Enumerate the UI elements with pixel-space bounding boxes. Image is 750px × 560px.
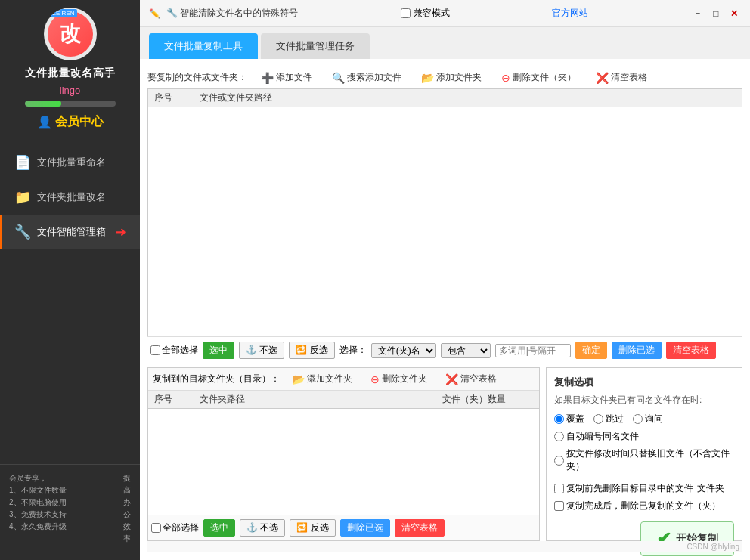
bottom-select-all[interactable]: 全部选择 — [151, 521, 199, 534]
member-priv-line3: 2、不限电脑使用 — [9, 497, 116, 509]
bottom-section: 复制到的目标文件夹（目录）： 📂 添加文件夹 ⊖ 删除文件夹 ❌ 清空表格 — [147, 367, 742, 541]
add-file-icon: ➕ — [261, 72, 274, 84]
auto-rename-option[interactable]: 自动编号同名文件 — [554, 430, 734, 443]
sidebar-item-rename[interactable]: 📄 文件批量重命名 — [0, 145, 140, 180]
minimize-button[interactable]: － — [691, 7, 705, 20]
keyword-input[interactable] — [495, 344, 571, 357]
sidebar-item-rename-label: 文件批量重命名 — [37, 156, 106, 169]
rename-icon: 📄 — [14, 154, 31, 171]
sidebar: 改 FILE REN 文件批量改名高手 lingo 👤 会员中心 📄 文件批量重… — [0, 0, 140, 560]
add-file-label: 添加文件 — [276, 71, 312, 84]
bottom-clear-button[interactable]: 清空表格 — [395, 519, 445, 537]
select-all-input[interactable] — [150, 345, 160, 355]
auto-rename-label: 自动编号同名文件 — [566, 430, 639, 443]
auto-rename-radio[interactable] — [554, 432, 564, 441]
col-num-header: 序号 — [154, 91, 200, 104]
compat-mode[interactable]: 兼容模式 — [401, 7, 450, 20]
content-area: 要复制的文件或文件夹： ➕ 添加文件 🔍 搜索添加文件 📂 添加文件夹 ⊖ 删除… — [140, 59, 750, 560]
member-priv-line1: 会员专享， — [9, 472, 116, 484]
target-col-num: 序号 — [154, 393, 200, 406]
delete-after-copy-checkbox[interactable] — [554, 501, 564, 511]
confirm-filter-button[interactable]: 确定 — [575, 342, 607, 359]
member-priv-line5: 4、永久免费升级 — [9, 521, 116, 533]
official-site-link[interactable]: 官方网站 — [552, 7, 588, 20]
search-add-label: 搜索添加文件 — [347, 71, 401, 84]
member-center-button[interactable]: 👤 会员中心 — [37, 114, 104, 130]
delete-selected-button[interactable]: 删除已选 — [612, 342, 662, 359]
top-section-label: 要复制的文件或文件夹： — [147, 71, 247, 84]
filter-condition-select[interactable]: 包含 等于 开头是 结尾是 — [441, 343, 491, 358]
bottom-filter-bar: 全部选择 选中 ⚓ 不选 🔁 反选 删除已选 清空表格 — [148, 515, 539, 540]
add-folder-icon: 📂 — [421, 72, 434, 84]
modify-time-radio[interactable] — [554, 456, 564, 466]
logo-text: 改 — [60, 20, 81, 48]
overwrite-label: 覆盖 — [566, 413, 584, 425]
top-table-header: 序号 文件或文件夹路径 — [148, 89, 742, 107]
top-section-header: 要复制的文件或文件夹： ➕ 添加文件 🔍 搜索添加文件 📂 添加文件夹 ⊖ 删除… — [147, 67, 742, 88]
member-icon: 👤 — [37, 115, 52, 129]
overwrite-radio[interactable] — [554, 414, 564, 424]
target-folder-header: 复制到的目标文件夹（目录）： 📂 添加文件夹 ⊖ 删除文件夹 ❌ 清空表格 — [148, 368, 539, 391]
bottom-invert-button[interactable]: 🔁 反选 — [290, 519, 335, 537]
search-add-file-button[interactable]: 🔍 搜索添加文件 — [326, 70, 408, 85]
ask-radio[interactable] — [633, 414, 643, 424]
target-add-folder-icon: 📂 — [292, 373, 305, 385]
maximize-button[interactable]: □ — [709, 7, 723, 20]
sidebar-item-smart-manage[interactable]: 🔧 文件智能管理箱 ➜ — [0, 215, 140, 249]
target-delete-folder-button[interactable]: ⊖ 删除文件夹 — [364, 371, 433, 387]
by-modify-time-option[interactable]: 按文件修改时间只替换旧文件（不含文件夹） — [554, 447, 734, 473]
tab-copy-tool[interactable]: 文件批量复制工具 — [149, 33, 258, 59]
active-arrow-icon: ➜ — [115, 224, 126, 240]
sidebar-bottom-text: 会员专享， 1、不限文件数量 2、不限电脑使用 3、免费技术支持 4、永久免费升… — [9, 472, 116, 533]
target-folder-panel: 复制到的目标文件夹（目录）： 📂 添加文件夹 ⊖ 删除文件夹 ❌ 清空表格 — [147, 367, 540, 541]
delete-before-copy-label: 复制前先删除目标目录中的文件 — [566, 482, 693, 495]
bottom-select-button[interactable]: 选中 — [203, 519, 235, 537]
overwrite-option[interactable]: 覆盖 — [554, 413, 584, 425]
clear-table-button[interactable]: ❌ 清空表格 — [590, 70, 653, 85]
tab-bar: 文件批量复制工具 文件批量管理任务 — [140, 27, 750, 59]
select-all-checkbox[interactable]: 全部选择 — [150, 344, 198, 357]
logo-badge: FILE REN — [45, 9, 77, 17]
add-file-button[interactable]: ➕ 添加文件 — [255, 70, 318, 85]
conflict-label: 如果目标文件夹已有同名文件存在时: — [554, 394, 734, 407]
tool-label: 🔧 智能清除文件名中的特殊符号 — [166, 7, 298, 20]
target-clear-button[interactable]: ❌ 清空表格 — [439, 371, 503, 387]
filter-clear-button[interactable]: 清空表格 — [666, 342, 716, 359]
close-button[interactable]: ✕ — [727, 7, 741, 20]
logo-inner: 改 — [48, 11, 93, 57]
bottom-delete-selected-button[interactable]: 删除已选 — [340, 519, 390, 537]
delete-before-copy-option[interactable]: 复制前先删除目标目录中的文件 文件夹 — [554, 482, 734, 495]
bottom-invert-label: 反选 — [311, 522, 329, 533]
compat-checkbox[interactable] — [401, 8, 411, 18]
target-clear-label: 清空表格 — [460, 373, 497, 385]
sidebar-bottom: 会员专享， 1、不限文件数量 2、不限电脑使用 3、免费技术支持 4、永久免费升… — [0, 464, 140, 552]
bottom-deselect-button[interactable]: ⚓ 不选 — [240, 519, 285, 537]
sidebar-nav: 📄 文件批量重命名 📁 文件夹批量改名 🔧 文件智能管理箱 ➜ — [0, 145, 140, 464]
target-folder-label: 复制到的目标文件夹（目录）： — [153, 373, 280, 385]
delete-after-copy-option[interactable]: 复制完成后，删除已复制的文件（夹） — [554, 500, 734, 512]
delete-file-button[interactable]: ⊖ 删除文件（夹） — [495, 70, 582, 85]
tab-manage-task[interactable]: 文件批量管理任务 — [261, 33, 370, 59]
target-table-header: 序号 文件夹路径 文件（夹）数量 — [148, 391, 539, 409]
window-controls: － □ ✕ — [691, 7, 741, 20]
select-button[interactable]: 选中 — [203, 342, 234, 359]
filter-label: 选择： — [339, 344, 367, 357]
deselect-button[interactable]: ⚓ 不选 — [239, 342, 284, 359]
target-clear-icon: ❌ — [445, 373, 458, 385]
copy-options-panel: 复制选项 如果目标文件夹已有同名文件存在时: 覆盖 跳过 询问 — [546, 367, 742, 541]
sidebar-item-folder-rename[interactable]: 📁 文件夹批量改名 — [0, 180, 140, 215]
search-add-icon: 🔍 — [332, 72, 345, 84]
target-add-folder-button[interactable]: 📂 添加文件夹 — [286, 371, 358, 387]
bottom-select-all-input[interactable] — [151, 523, 161, 533]
ask-option[interactable]: 询问 — [633, 413, 663, 425]
add-folder-button[interactable]: 📂 添加文件夹 — [415, 70, 488, 85]
add-folder-label: 添加文件夹 — [436, 71, 482, 84]
invert-button[interactable]: 🔁 反选 — [289, 342, 334, 359]
skip-option[interactable]: 跳过 — [593, 413, 624, 425]
skip-radio[interactable] — [593, 414, 603, 424]
target-col-path: 文件夹路径 — [200, 393, 442, 406]
bottom-select-all-label: 全部选择 — [163, 521, 199, 534]
folder-rename-icon: 📁 — [14, 189, 31, 206]
filter-type-select[interactable]: 文件(夹)名 文件名 文件夹名 — [371, 343, 436, 358]
delete-before-copy-checkbox[interactable] — [554, 484, 564, 493]
